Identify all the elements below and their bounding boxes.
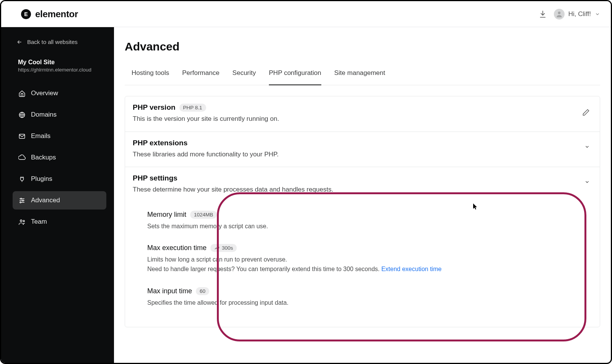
tab-performance[interactable]: Performance: [182, 69, 219, 85]
sidebar-item-label: Overview: [31, 89, 58, 97]
svg-point-7: [22, 200, 23, 201]
topbar: E elementor Hi, Cliff!: [1, 1, 611, 27]
globe-icon: [18, 111, 26, 119]
setting-title: Memory limit: [147, 211, 186, 219]
svg-point-9: [20, 202, 21, 203]
site-name: My Cool Site: [18, 59, 106, 66]
panel-desc: This is the version your site is current…: [133, 114, 582, 124]
brand-mark-icon: E: [21, 9, 31, 19]
sidebar-item-label: Plugins: [31, 175, 52, 183]
trend-up-icon: [214, 245, 220, 251]
site-info: My Cool Site https://ghlrmtnn.elementor.…: [13, 59, 106, 73]
site-url: https://ghlrmtnn.elementor.cloud: [18, 67, 106, 73]
sidebar: Back to all websites My Cool Site https:…: [1, 27, 114, 363]
sidebar-item-advanced[interactable]: Advanced: [13, 191, 106, 210]
sidebar-item-label: Team: [31, 218, 47, 226]
setting-memory-limit: Memory limit 1024MB Sets the maximum mem…: [147, 211, 582, 231]
sidebar-item-label: Advanced: [31, 197, 60, 204]
panel-desc: These libraries add more functionality t…: [133, 150, 584, 159]
plugin-icon: [18, 175, 26, 183]
sidebar-item-backups[interactable]: Backups: [13, 148, 106, 167]
panel-php-settings: PHP settings These determine how your si…: [125, 167, 600, 327]
max-exec-badge: 300s: [210, 244, 237, 252]
team-icon: [18, 218, 26, 226]
panel-title: PHP settings: [133, 174, 177, 182]
tab-security[interactable]: Security: [233, 69, 256, 85]
sidebar-item-label: Backups: [31, 154, 56, 161]
tab-php-configuration[interactable]: PHP configuration: [269, 69, 321, 85]
tabs: Hosting tools Performance Security PHP c…: [125, 69, 600, 85]
collapse-settings-button[interactable]: [584, 174, 590, 185]
sidebar-nav: Overview Domains Emails Backups: [13, 84, 106, 231]
sidebar-item-domains[interactable]: Domains: [13, 106, 106, 124]
sidebar-item-emails[interactable]: Emails: [13, 127, 106, 145]
panels: PHP version PHP 8.1 This is the version …: [125, 96, 600, 327]
setting-title: Max input time: [147, 287, 192, 295]
chevron-down-icon: [584, 179, 590, 185]
pencil-icon: [582, 109, 590, 116]
edit-php-version-button[interactable]: [582, 103, 590, 116]
sidebar-item-label: Domains: [31, 111, 57, 119]
back-label: Back to all websites: [27, 39, 78, 45]
sliders-icon: [18, 197, 26, 204]
main-content: Advanced Hosting tools Performance Secur…: [114, 27, 611, 363]
chevron-down-icon: [584, 144, 590, 150]
setting-desc: Limits how long a script can run to prev…: [147, 255, 582, 274]
chevron-down-icon: [595, 11, 600, 17]
svg-point-5: [20, 198, 21, 199]
setting-title: Max execution time: [147, 244, 207, 252]
panel-desc: These determine how your site processes …: [133, 185, 584, 195]
max-exec-value: 300s: [222, 245, 233, 251]
sidebar-item-overview[interactable]: Overview: [13, 84, 106, 102]
user-greeting: Hi, Cliff!: [568, 10, 591, 18]
arrow-left-icon: [16, 39, 23, 45]
setting-desc: Sets the maximum memory a script can use…: [147, 222, 582, 231]
sidebar-item-label: Emails: [31, 132, 50, 140]
back-to-websites-link[interactable]: Back to all websites: [13, 39, 106, 45]
tab-hosting-tools[interactable]: Hosting tools: [132, 69, 169, 85]
panel-php-version: PHP version PHP 8.1 This is the version …: [125, 96, 600, 132]
home-icon: [18, 89, 26, 97]
sidebar-item-team[interactable]: Team: [13, 213, 106, 231]
panel-title: PHP extensions: [133, 139, 187, 147]
svg-point-0: [558, 11, 560, 14]
backup-icon: [18, 154, 26, 161]
sidebar-item-plugins[interactable]: Plugins: [13, 170, 106, 188]
mail-icon: [18, 132, 26, 140]
expand-extensions-button[interactable]: [584, 139, 590, 150]
avatar: [554, 9, 565, 20]
extend-execution-time-link[interactable]: Extend execution time: [381, 266, 441, 272]
page-title: Advanced: [125, 40, 600, 53]
brand-logo[interactable]: E elementor: [21, 9, 78, 20]
download-icon[interactable]: [539, 10, 547, 18]
tab-site-management[interactable]: Site management: [334, 69, 385, 85]
setting-max-execution-time: Max execution time 300s Limits how long …: [147, 244, 582, 274]
memory-limit-badge: 1024MB: [190, 211, 217, 219]
setting-desc: Specifies the time allowed for processin…: [147, 298, 582, 308]
max-input-badge: 60: [196, 287, 209, 295]
brand-name: elementor: [35, 9, 78, 20]
user-menu[interactable]: Hi, Cliff!: [554, 9, 600, 20]
panel-title: PHP version: [133, 103, 176, 112]
setting-max-input-time: Max input time 60 Specifies the time all…: [147, 287, 582, 308]
panel-php-extensions[interactable]: PHP extensions These libraries add more …: [125, 132, 600, 167]
svg-point-11: [23, 220, 24, 222]
svg-point-10: [20, 219, 22, 221]
php-version-badge: PHP 8.1: [179, 104, 206, 112]
